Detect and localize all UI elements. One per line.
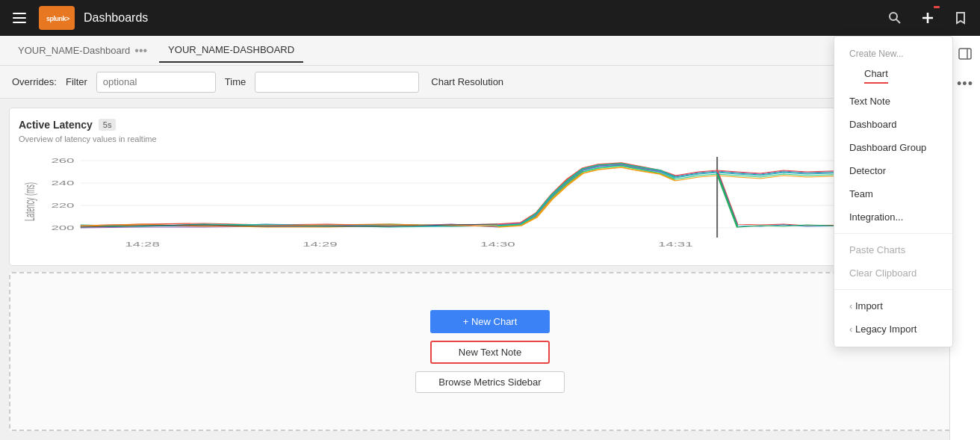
chart-subtitle: Overview of latency values in realtime [19,134,961,143]
paste-charts-item[interactable]: Paste Charts [834,238,952,261]
more-options-sidebar-button[interactable]: ••• [953,72,977,96]
dropdown-section-label: Create New... [834,43,952,62]
dropdown-divider-2 [834,289,952,290]
svg-text:200: 200 [51,224,74,232]
tab1-dots[interactable]: ••• [134,44,147,58]
svg-text:260: 260 [51,157,74,164]
bookmark-button[interactable] [950,7,971,28]
dropdown-divider-1 [834,233,952,234]
svg-text:220: 220 [51,202,74,209]
browse-metrics-sidebar-button[interactable]: Browse Metrics Sidebar [415,371,565,393]
create-chart-item[interactable]: Chart [864,68,888,84]
svg-rect-0 [13,13,26,14]
tab-dashboard-1[interactable]: YOUR_NAME-Dashboard ••• [9,38,156,63]
search-button[interactable] [884,7,905,28]
svg-text:240: 240 [51,179,74,187]
splunk-logo: splunk> [39,6,75,30]
svg-text:14:29: 14:29 [303,241,338,248]
import-item[interactable]: Import [834,294,952,317]
chart-badge: 5s [99,119,117,131]
sidebar-panel-button[interactable] [953,42,977,66]
overrides-label: Overrides: [12,76,57,87]
time-input[interactable] [255,72,419,93]
hamburger-menu-button[interactable] [9,7,30,28]
tab-dashboard-2[interactable]: YOUR_NAME-DASHBOARD [159,38,303,63]
navbar-actions [884,7,971,28]
create-new-dropdown: Create New... Chart Text Note Dashboard … [834,36,953,347]
create-text-note-item[interactable]: Text Note [834,90,952,113]
create-team-item[interactable]: Team [834,182,952,205]
ellipsis-icon: ••• [957,76,973,92]
create-new-button[interactable] [917,7,938,28]
svg-text:14:28: 14:28 [125,241,160,248]
chart-panel: Active Latency 5s ••• Overview of latenc… [9,108,971,266]
svg-line-6 [896,19,900,23]
svg-text:Latency (ms): Latency (ms) [22,182,37,221]
chart-container: 260 240 220 200 Latency (ms) 14:28 14:29… [19,149,961,256]
navbar: splunk> Dashboards [0,0,980,36]
new-chart-button[interactable]: + New Chart [430,310,550,333]
filter-input[interactable] [96,72,216,93]
svg-text:14:30: 14:30 [480,241,515,248]
page-title: Dashboards [84,11,875,25]
svg-rect-1 [13,17,26,19]
legacy-import-item[interactable]: Legacy Import [834,317,952,341]
right-sidebar: ••• [949,36,980,440]
svg-text:14:31: 14:31 [658,241,693,248]
create-dashboard-item[interactable]: Dashboard [834,113,952,136]
svg-point-5 [890,13,897,20]
filter-label: Filter [66,76,87,87]
create-chart-item-wrap: Chart [834,62,952,90]
svg-text:splunk>: splunk> [46,15,69,22]
chart-resolution-label: Chart Resolution [431,76,503,87]
chart-header: Active Latency 5s ••• [19,117,961,131]
create-detector-item[interactable]: Detector [834,159,952,182]
svg-rect-24 [959,49,971,59]
clear-clipboard-item[interactable]: Clear Clipboard [834,261,952,285]
create-dashboard-group-item[interactable]: Dashboard Group [834,136,952,159]
new-text-note-button[interactable]: New Text Note [430,341,550,364]
empty-panel: + New Chart New Text Note Browse Metrics… [9,272,971,431]
svg-rect-2 [13,22,26,23]
time-label: Time [225,76,246,87]
chart-title: Active Latency [19,119,93,131]
plus-badge [934,6,940,8]
create-integration-item[interactable]: Integration... [834,205,952,229]
